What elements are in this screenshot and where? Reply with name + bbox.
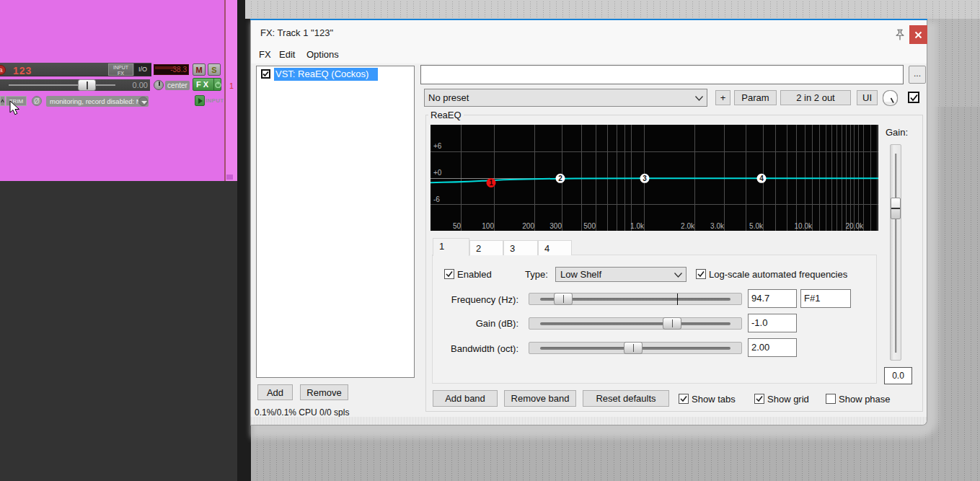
svg-text:500: 500 xyxy=(583,222,596,230)
svg-text:300: 300 xyxy=(549,222,562,230)
svg-text:50: 50 xyxy=(453,222,462,230)
svg-text:10.0k: 10.0k xyxy=(795,222,813,230)
svg-text:3.0k: 3.0k xyxy=(710,222,725,230)
svg-text:200: 200 xyxy=(522,222,534,230)
svg-text:+0: +0 xyxy=(433,169,442,177)
svg-text:1.0k: 1.0k xyxy=(630,222,645,230)
svg-text:5.0k: 5.0k xyxy=(749,222,764,230)
svg-text:100: 100 xyxy=(482,222,494,230)
svg-text:3: 3 xyxy=(643,175,647,182)
svg-text:-6: -6 xyxy=(433,195,440,203)
svg-text:+6: +6 xyxy=(433,142,442,150)
svg-text:20.0k: 20.0k xyxy=(846,222,864,230)
svg-text:4: 4 xyxy=(759,175,764,182)
svg-text:2.0k: 2.0k xyxy=(681,222,695,230)
svg-text:1: 1 xyxy=(489,179,493,187)
svg-text:2: 2 xyxy=(558,175,562,182)
